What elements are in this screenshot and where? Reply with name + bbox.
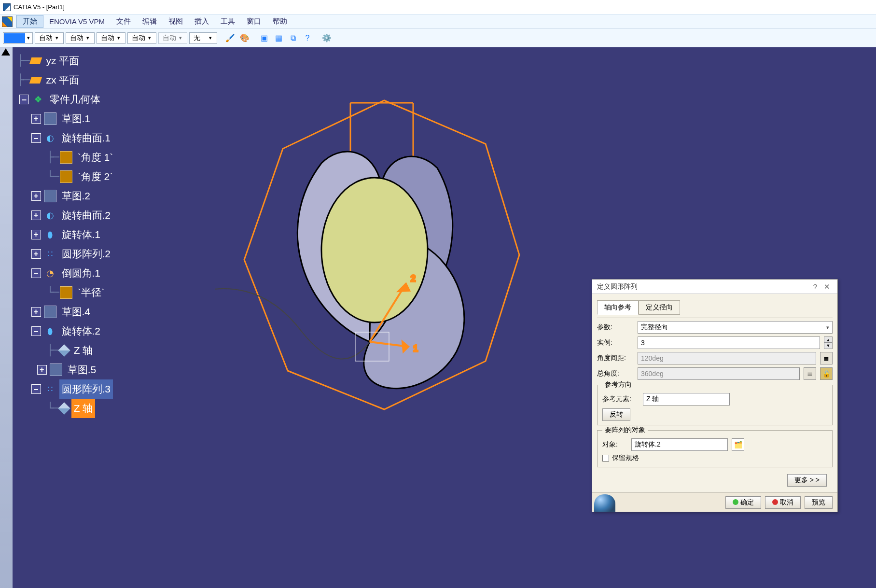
tree-z-axis[interactable]: ├─Z 轴: [17, 341, 115, 360]
tree-part-body[interactable]: ❖零件几何体: [17, 90, 115, 109]
tree-label: 倒圆角.1: [59, 264, 103, 283]
tree-angle-2[interactable]: └─`角度 2`: [17, 167, 115, 186]
checkbox-box[interactable]: [602, 455, 609, 462]
dialog-footer: 确定 取消 预览: [592, 492, 837, 512]
tree-z-axis-2[interactable]: └─Z 轴: [17, 399, 115, 418]
tree-sketch-1[interactable]: 草图.1: [17, 109, 115, 128]
color-swatch-combo[interactable]: ▾: [3, 32, 33, 44]
tree-circpattern-3[interactable]: ∷圆形阵列.3: [17, 379, 115, 399]
tree-angle-1[interactable]: ├─`角度 1`: [17, 148, 115, 167]
body-icon: ❖: [32, 93, 44, 106]
tree-rotsurf-2[interactable]: ◐旋转曲面.2: [17, 206, 115, 225]
close-icon[interactable]: ✕: [821, 282, 833, 291]
expand-toggle[interactable]: [31, 191, 41, 201]
object-input[interactable]: 旋转体.2: [631, 438, 728, 451]
combo-6[interactable]: 无▾: [189, 32, 217, 44]
collapse-toggle[interactable]: [19, 95, 29, 104]
combo-2[interactable]: 自动▾: [66, 32, 95, 44]
brush-tool-icon[interactable]: 🖌️: [224, 32, 236, 44]
dropdown-icon[interactable]: ▾: [179, 35, 186, 41]
combo-1[interactable]: 自动▾: [35, 32, 64, 44]
help-tool-icon[interactable]: ?: [301, 32, 314, 44]
menu-insert[interactable]: 插入: [189, 15, 215, 28]
ref-element-input[interactable]: Z 轴: [643, 393, 730, 406]
spin-down-icon[interactable]: ▼: [824, 343, 832, 349]
collapse-toggle[interactable]: [31, 384, 41, 394]
svg-marker-0: [244, 100, 519, 409]
help-icon[interactable]: ?: [809, 282, 821, 291]
dropdown-icon[interactable]: ▾: [148, 35, 155, 41]
collapse-toggle[interactable]: [31, 326, 41, 336]
expand-toggle[interactable]: [37, 365, 47, 375]
tree-shaft-2[interactable]: ⬮旋转体.2: [17, 322, 115, 341]
expand-toggle[interactable]: [31, 249, 41, 259]
tree-label: `角度 2`: [75, 167, 116, 186]
dropdown-icon[interactable]: ▾: [117, 35, 124, 41]
pattern-icon: ∷: [44, 383, 56, 395]
angular-spacing-label: 角度间距:: [597, 354, 634, 363]
tree-sketch-2[interactable]: 草图.2: [17, 186, 115, 206]
tree-sketch-4[interactable]: 草图.4: [17, 302, 115, 322]
sketch-icon: [50, 364, 62, 376]
dropdown-icon[interactable]: ▾: [209, 35, 216, 41]
dropdown-icon[interactable]: ▾: [826, 324, 829, 331]
instances-input[interactable]: 3: [638, 336, 820, 349]
spacing-function-icon[interactable]: ≣: [820, 352, 833, 364]
expand-toggle[interactable]: [31, 114, 41, 124]
tree-rotsurf-1[interactable]: ◐旋转曲面.1: [17, 128, 115, 148]
select-object-icon[interactable]: 🗂️: [732, 438, 744, 451]
dialog-titlebar[interactable]: 定义圆形阵列 ? ✕: [592, 280, 837, 294]
menu-start[interactable]: 开始: [16, 15, 43, 28]
tree-yz-plane[interactable]: ├─yz 平面: [17, 51, 115, 70]
plane-icon: [29, 77, 42, 84]
menu-tools[interactable]: 工具: [215, 15, 241, 28]
dropdown-icon[interactable]: ▾: [25, 35, 32, 41]
tab-axial-ref[interactable]: 轴向参考: [597, 300, 639, 315]
tree-circpattern-2[interactable]: ∷圆形阵列.2: [17, 244, 115, 264]
menu-enovia[interactable]: ENOVIA V5 VPM: [43, 16, 111, 27]
combo-3[interactable]: 自动▾: [97, 32, 125, 44]
tree-shaft-1[interactable]: ⬮旋转体.1: [17, 225, 115, 244]
left-gutter: [0, 47, 13, 588]
preview-button[interactable]: 预览: [805, 496, 833, 509]
tab-define-radial[interactable]: 定义径向: [639, 300, 680, 315]
combo-5[interactable]: 自动▾: [158, 32, 187, 44]
keep-spec-checkbox[interactable]: 保留规格: [602, 454, 639, 462]
viewport-3d[interactable]: ├─yz 平面 ├─zx 平面 ❖零件几何体 草图.1 ◐旋转曲面.1 ├─`角…: [13, 47, 876, 588]
combo-4[interactable]: 自动▾: [127, 32, 156, 44]
menu-help[interactable]: 帮助: [267, 15, 293, 28]
menu-file[interactable]: 文件: [111, 15, 137, 28]
circular-pattern-dialog[interactable]: 定义圆形阵列 ? ✕ 轴向参考 定义径向 参数: 完整径向 ▾: [592, 279, 838, 512]
tree-fillet-1[interactable]: ◔倒圆角.1: [17, 264, 115, 283]
collapse-toggle[interactable]: [31, 133, 41, 143]
tree-radius[interactable]: └─`半径`: [17, 283, 115, 302]
expand-toggle[interactable]: [31, 210, 41, 220]
menu-window[interactable]: 窗口: [241, 15, 267, 28]
document-icon[interactable]: [2, 16, 13, 27]
dropdown-icon[interactable]: ▾: [56, 35, 62, 41]
tint-tool-icon[interactable]: 🎨: [238, 32, 251, 44]
cancel-button[interactable]: 取消: [765, 496, 801, 509]
cube-tool-icon[interactable]: ▣: [258, 32, 270, 44]
collapse-toggle[interactable]: [31, 268, 41, 278]
total-angle-label: 总角度:: [597, 369, 634, 378]
tree-sketch-5[interactable]: 草图.5: [17, 360, 115, 379]
ok-button[interactable]: 确定: [725, 496, 761, 509]
tree-zx-plane[interactable]: ├─zx 平面: [17, 70, 115, 90]
param-combo[interactable]: 完整径向 ▾: [638, 321, 833, 334]
select-tool-icon[interactable]: ⧉: [287, 32, 299, 44]
instances-spinner[interactable]: ▲▼: [824, 336, 833, 349]
menu-edit[interactable]: 编辑: [137, 15, 163, 28]
gutter-triangle-icon[interactable]: [1, 48, 10, 56]
spin-up-icon[interactable]: ▲: [824, 337, 832, 343]
menu-view[interactable]: 视图: [163, 15, 189, 28]
expand-toggle[interactable]: [31, 230, 41, 239]
reverse-button[interactable]: 反转: [602, 408, 630, 421]
lock-icon[interactable]: 🔒: [820, 367, 833, 380]
dropdown-icon[interactable]: ▾: [86, 35, 93, 41]
assembly-tool-icon[interactable]: ⚙️: [320, 32, 333, 44]
expand-toggle[interactable]: [31, 307, 41, 317]
grid-tool-icon[interactable]: ▦: [272, 32, 285, 44]
angle-function-icon[interactable]: ≣: [804, 367, 816, 380]
more-button[interactable]: 更多 > >: [787, 474, 827, 487]
